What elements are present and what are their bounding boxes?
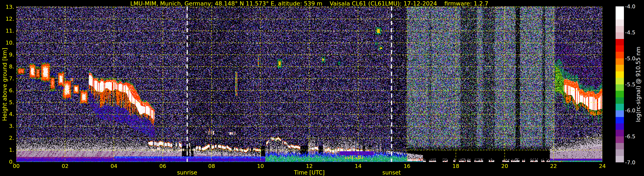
sunrise-annotation: sunrise: [177, 170, 197, 176]
y-axis-label: Height above ground [km]: [2, 48, 8, 121]
colorbar-tick-label: -4.5: [625, 29, 636, 36]
x-tick-label: 14: [355, 163, 362, 170]
colorbar-tick-label: -5.5: [625, 81, 636, 88]
heatmap-canvas: [16, 6, 602, 162]
page-title: LMU-MIM, Munich, Germany; 48.148° N 11.5…: [130, 0, 488, 7]
x-tick-label: 08: [208, 163, 215, 170]
x-tick-label: 10: [257, 163, 264, 170]
y-tick-label: 10.: [0, 39, 14, 46]
colorbar-tick-label: -7.0: [625, 159, 636, 166]
x-tick-label: 02: [62, 163, 68, 170]
x-tick-label: 18: [452, 163, 459, 170]
colorbar-tick-label: -4.0: [625, 3, 636, 10]
y-tick-label: 6.: [0, 87, 14, 94]
y-tick-label: 13.: [0, 4, 14, 10]
x-tick-label: 00: [13, 163, 20, 170]
y-tick-label: 8.: [0, 63, 14, 70]
x-tick-label: 12: [306, 163, 313, 170]
y-tick-label: 5.: [0, 99, 14, 106]
ceilometer-quicklook: LMU-MIM, Munich, Germany; 48.148° N 11.5…: [0, 0, 644, 176]
y-tick-label: 9.: [0, 51, 14, 58]
y-tick-label: 11.: [0, 27, 14, 34]
colorbar: [616, 6, 624, 162]
y-tick-label: 1.: [0, 147, 14, 153]
x-tick-label: 16: [404, 163, 410, 170]
y-tick-label: 12.: [0, 15, 14, 22]
colorbar-tick-label: -6.0: [625, 107, 636, 114]
y-tick-label: 3.: [0, 123, 14, 130]
x-tick-label: 06: [159, 163, 166, 170]
x-tick-label: 04: [110, 163, 117, 170]
y-tick-label: 0.: [0, 159, 14, 165]
y-tick-label: 7.: [0, 75, 14, 82]
colorbar-tick-label: -5.0: [625, 55, 636, 62]
x-axis-label: Time [UTC]: [294, 170, 325, 176]
colorbar-label: log(rc-signal) @ 910.55 nm: [635, 47, 642, 122]
y-tick-label: 4.: [0, 111, 14, 118]
x-tick-label: 22: [550, 163, 557, 170]
y-tick-label: 2.: [0, 135, 14, 142]
x-tick-label: 24: [599, 163, 606, 170]
sunset-annotation: sunset: [382, 170, 401, 176]
x-tick-label: 20: [501, 163, 508, 170]
colorbar-tick-label: -6.5: [625, 133, 636, 140]
